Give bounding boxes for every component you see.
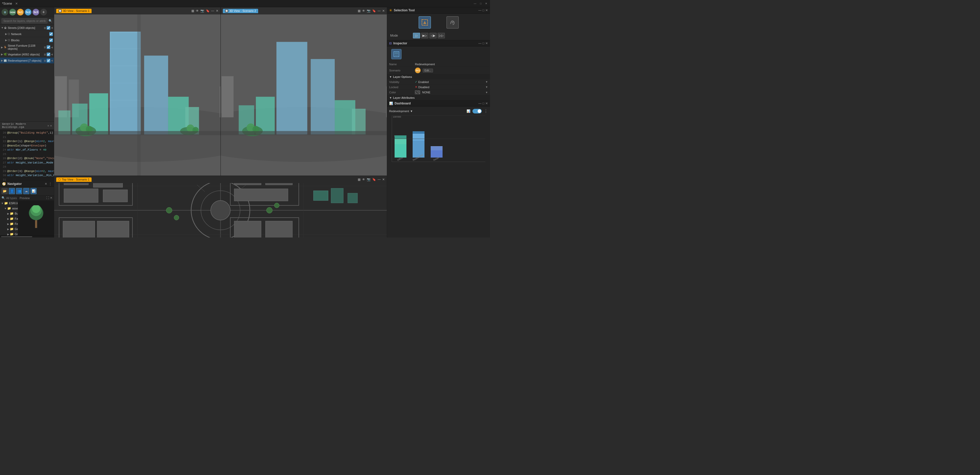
sel-tool-minimize-btn[interactable]: — [478,8,482,12]
furniture-visibility-checkbox[interactable] [47,45,50,49]
inspector-maximize-btn[interactable]: □ [482,41,484,45]
redevelopment-visibility-checkbox[interactable] [47,59,50,62]
inspector-edit-btn[interactable]: Edit... [423,68,433,73]
preview-expand-btn[interactable]: ⛶ [46,196,49,200]
code-content[interactable]: 20@Group("Building Height",1) 21 22@Orde… [0,130,54,181]
vegetation-visibility-checkbox[interactable] [47,52,50,56]
view2-bars-icon[interactable]: ▦ [358,9,361,13]
bottom-eye-icon[interactable]: 👁 [362,178,365,181]
bottom-bookmark-icon[interactable]: 🔖 [372,178,376,181]
selection-rect-icon[interactable] [418,16,431,29]
view1-title-tab[interactable]: 🔲 3D View - Scenario 1 [56,9,92,13]
sel-tool-close-btn[interactable]: ✕ [485,8,488,12]
code-scroll-up[interactable]: ▲ [50,124,52,127]
nav-scrollbar[interactable] [0,235,54,237]
scenario-sc3-btn[interactable]: Sc3 [32,9,39,16]
inspector-minimize-btn[interactable]: — [478,41,482,45]
layer-streets[interactable]: ▼ 🛣 Streets [2369 objects] ▥ ◀ [0,25,54,31]
view1-bookmark-icon[interactable]: 🔖 [206,9,210,13]
svg-rect-41 [352,109,366,135]
add-scenario-btn[interactable]: + [40,9,47,16]
nav-cloud-btn[interactable]: ☁ [23,188,29,194]
layer-network[interactable]: ▶ ⬡ Network [0,31,54,37]
selection-lasso-icon[interactable] [446,16,459,29]
scene-icon-btn[interactable]: ⊞ [2,9,8,16]
minimize-btn[interactable]: — [473,2,477,5]
nav-folder-open-btn[interactable]: 📂 [2,188,8,194]
nav-item-buildings[interactable]: ▶ 📁 Buildings [0,211,18,216]
navigator-content: 🔍 ▼ ▼ 📁 ESRI.lib ▼ 📁 assets [0,195,54,235]
bottom-camera-icon[interactable]: 📷 [367,178,371,181]
view1-3d-svg [54,14,221,176]
sel-tool-maximize-btn[interactable]: □ [482,8,484,12]
layer-street-furniture[interactable]: ▶ 🪑 Street Furniture [1108 objects] ▥ ◀ [0,43,54,51]
blocks-visibility-checkbox[interactable] [49,38,53,42]
code-tab-name[interactable]: Generic Modern Buildings.cga [2,122,45,129]
maximize-btn[interactable]: □ [479,2,482,5]
preview-close-btn[interactable]: ✕ [50,196,52,200]
view2-camera-icon[interactable]: 📷 [367,9,371,13]
bottom-minus-icon[interactable]: — [377,178,381,181]
navigator-search-input[interactable] [6,197,18,200]
retail-seg-1 [431,150,442,157]
mode-btn-4[interactable]: ▷▷ [438,33,445,38]
nav-item-general[interactable]: ▶ 📁 General [0,226,18,232]
mode-btn-2[interactable]: ▶▷ [421,33,428,38]
code-tab-close[interactable]: ✕ [48,124,49,127]
mode-btn-1[interactable]: ▷ [413,33,420,38]
layer-redevelopment[interactable]: ▶ 🏢 Redevelopment [7 objects] ▥ ◀ [0,57,54,64]
scenario-now-btn[interactable]: now [9,9,16,16]
layer-attributes-section[interactable]: ▼ Layer Attributes [387,95,490,100]
dashboard-chart-icon[interactable]: 📊 [466,110,470,113]
layer-options-section[interactable]: ▼ Layer Options [387,74,490,79]
bar-residential: Residential [413,131,425,162]
navigator-more-btn[interactable]: ⋮ [49,182,52,186]
bottom-bars-icon[interactable]: ▦ [358,178,361,181]
layer-blocks[interactable]: ▶ ⬡ Blocks [0,37,54,43]
title-close[interactable]: ✕ [15,2,18,5]
nav-group-btn[interactable]: 👥 [16,188,22,194]
layer-vegetation[interactable]: ▶ 🌿 Vegetation [4092 objects] ▥ ◀ [0,51,54,57]
view2-bookmark-icon[interactable]: 🔖 [372,9,376,13]
view1-eye-icon[interactable]: 👁 [196,9,199,13]
bottom-close-icon[interactable]: ✕ [382,178,385,181]
color-dropdown[interactable]: NONE ▼ [415,91,488,94]
nav-item-assets[interactable]: ▼ 📁 assets [0,206,18,211]
inspector-close-btn[interactable]: ✕ [485,41,488,45]
view-panel-2: 🔲 3D View - Scenario 2 ▦ 👁 📷 🔖 — ✕ [221,7,387,176]
dashboard-close-btn[interactable]: ✕ [485,102,488,105]
visibility-dropdown[interactable]: ✓ Enabled ▼ [415,80,488,84]
nav-chart-btn[interactable]: 📊 [30,188,37,194]
bottom-view-title-tab[interactable]: ⬡ Top View - Scenario 1 [56,178,92,182]
view2-eye-icon[interactable]: 👁 [362,9,365,13]
nav-person-btn[interactable]: 👤 [9,188,15,194]
inspector-panel: ⊟ Inspector — □ ✕ Name [387,40,490,100]
view1-camera-icon[interactable]: 📷 [200,9,204,13]
mode-btn-3[interactable]: ◁▶ [430,33,437,38]
dashboard-more-btn[interactable]: ⋮ [484,108,488,113]
dashboard-filter-label[interactable]: Redevelopment ▼ [389,110,413,113]
view2-close-icon[interactable]: ✕ [382,9,385,13]
view2-title-tab[interactable]: 🔲 3D View - Scenario 2 [223,9,258,13]
streets-visibility-checkbox[interactable] [47,26,50,30]
color-row: Color NONE ▼ [387,90,490,95]
locked-dropdown[interactable]: ✕ Disabled ▼ [415,85,488,89]
navigator-close-btn[interactable]: ✕ [45,182,47,186]
view2-minus-icon[interactable]: — [377,9,381,13]
view1-minus-icon[interactable]: — [211,9,214,13]
dashboard-maximize-btn[interactable]: □ [482,102,484,105]
preview-area [18,201,54,235]
nav-item-esrilib[interactable]: ▼ 📁 ESRI.lib [0,201,18,206]
view1-close-icon[interactable]: ✕ [216,9,218,13]
close-btn[interactable]: ✕ [484,2,488,5]
layer-search-input[interactable] [2,18,48,24]
dashboard-toggle[interactable] [473,109,482,113]
scenario-sc2-btn[interactable]: Sc2 [25,9,32,16]
view1-bars-icon[interactable]: ▦ [191,9,194,13]
network-visibility-checkbox[interactable] [49,32,53,36]
nav-item-facades[interactable]: ▶ 📁 Facades [0,216,18,221]
dashboard-minimize-btn[interactable]: — [478,102,482,105]
scenario-sc1-btn[interactable]: Sc1 [17,9,24,16]
nav-item-fences[interactable]: ▶ 📁 Fences [0,221,18,226]
nav-item-groundcover[interactable]: ▶ 📁 Groundcover [0,232,18,235]
